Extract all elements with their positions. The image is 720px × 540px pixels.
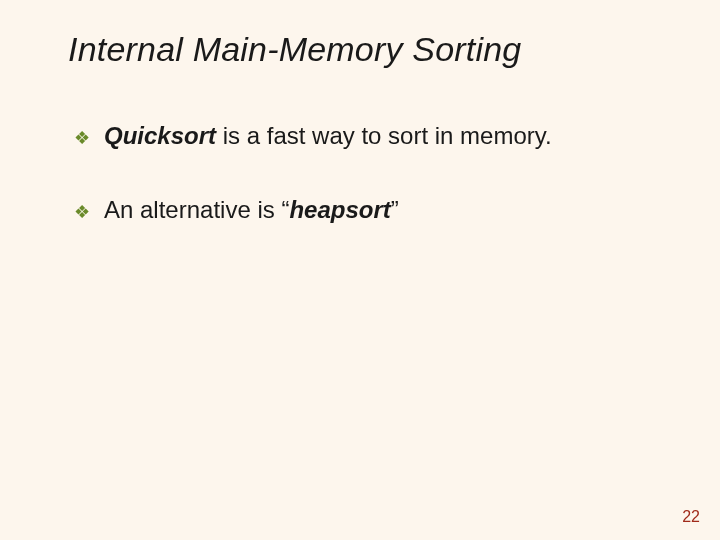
bullet-post: ” <box>391 196 399 223</box>
slide: Internal Main-Memory Sorting ❖ Quicksort… <box>0 0 720 540</box>
bullet-item: ❖ An alternative is “heapsort” <box>74 194 670 226</box>
slide-body: ❖ Quicksort is a fast way to sort in mem… <box>74 120 670 269</box>
bullet-text: Quicksort is a fast way to sort in memor… <box>104 120 552 152</box>
page-number: 22 <box>682 508 700 526</box>
bullet-rest: is a fast way to sort in memory. <box>216 122 552 149</box>
bullet-diamond-icon: ❖ <box>74 126 90 150</box>
bullet-pre: An alternative is “ <box>104 196 289 223</box>
bullet-diamond-icon: ❖ <box>74 200 90 224</box>
bullet-term: Quicksort <box>104 122 216 149</box>
slide-title: Internal Main-Memory Sorting <box>68 30 521 69</box>
bullet-text: An alternative is “heapsort” <box>104 194 399 226</box>
bullet-item: ❖ Quicksort is a fast way to sort in mem… <box>74 120 670 152</box>
bullet-term: heapsort <box>289 196 390 223</box>
